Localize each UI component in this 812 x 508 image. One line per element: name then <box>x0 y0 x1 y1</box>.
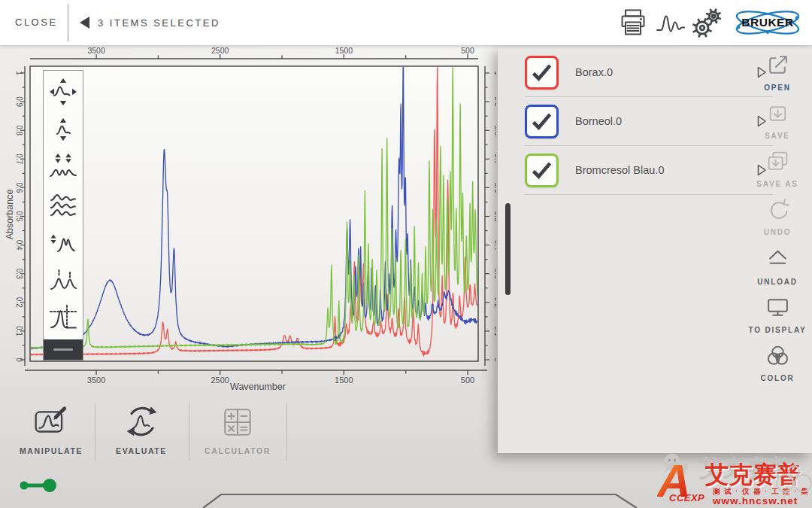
undo-icon <box>765 197 790 222</box>
spectrum-name: Bromcresol Blau.0 <box>575 164 757 176</box>
tool-common-scale[interactable] <box>47 227 80 260</box>
show-peaks-icon <box>48 266 78 296</box>
action-color[interactable]: COLOR <box>744 343 810 382</box>
action-unload[interactable]: UNLOAD <box>744 247 810 286</box>
svg-text:0.9: 0.9 <box>15 96 23 107</box>
tool-scale-y[interactable] <box>47 113 80 146</box>
action-label: TO DISPLAY <box>744 326 810 334</box>
divider <box>286 403 287 461</box>
zoom-cursor-icon <box>48 303 78 333</box>
app-root: 350035002500250015001500500500000.10.10.… <box>0 0 812 508</box>
selection-label: 3 ITEMS SELECTED <box>98 17 220 29</box>
evaluate-icon <box>123 404 159 440</box>
bruker-wordmark: BRUKER <box>734 7 801 38</box>
check-icon <box>532 63 552 81</box>
spectrum-list-item[interactable]: Bromcresol Blau.0 <box>525 146 773 195</box>
svg-text:1500: 1500 <box>335 46 353 55</box>
tool-stack-spectra[interactable] <box>47 189 80 222</box>
back-arrow-icon <box>80 17 89 29</box>
action-open[interactable]: OPEN <box>744 53 810 92</box>
svg-text:0.2: 0.2 <box>493 297 497 308</box>
action-label: SAVE AS <box>744 180 810 188</box>
tool-move-spectrum[interactable] <box>47 75 80 108</box>
spectrum-icon <box>656 12 686 35</box>
action-label: UNLOAD <box>744 278 810 286</box>
svg-text:0: 0 <box>493 357 497 362</box>
bottom-action-label: CALCULATOR <box>189 446 286 455</box>
action-label: OPEN <box>744 84 810 92</box>
green-link-indicator[interactable] <box>15 476 75 495</box>
settings-gears-icon <box>691 7 723 39</box>
chat-bubbles-icon <box>662 453 692 477</box>
svg-text:1: 1 <box>15 71 23 75</box>
svg-text:0.2: 0.2 <box>15 297 23 308</box>
svg-text:0.6: 0.6 <box>493 182 497 193</box>
scale-y-icon <box>48 114 78 144</box>
svg-text:0.5: 0.5 <box>493 211 497 222</box>
svg-text:0.9: 0.9 <box>493 96 497 107</box>
spectrum-list-item[interactable]: Borneol.0 <box>525 97 773 146</box>
palette-drag-handle[interactable] <box>44 339 83 360</box>
divider <box>95 403 95 461</box>
svg-text:500: 500 <box>461 376 474 385</box>
watermark-ghost-text: 艾克赛普 <box>699 453 792 484</box>
selection-indicator[interactable]: 3 ITEMS SELECTED <box>80 0 220 45</box>
action-save-as[interactable]: SAVE AS <box>744 149 810 188</box>
save-icon <box>765 101 790 126</box>
svg-text:0.6: 0.6 <box>15 182 23 193</box>
spectrum-list-item[interactable]: Borax.0 <box>525 48 773 97</box>
tool-show-peaks[interactable] <box>47 264 80 297</box>
printer-icon <box>620 8 647 37</box>
spectrum-name: Borax.0 <box>575 66 757 78</box>
svg-text:500: 500 <box>461 46 474 55</box>
spectra-list: Borax.0Borneol.0Bromcresol Blau.0 <box>525 48 773 195</box>
panel-scrollbar[interactable] <box>505 203 511 295</box>
svg-text:0.8: 0.8 <box>493 125 497 135</box>
spectrum-checkbox[interactable] <box>525 56 559 90</box>
print-button[interactable] <box>620 8 647 37</box>
spectrum-view-button[interactable] <box>656 12 686 35</box>
tool-zoom-cursor[interactable] <box>47 302 80 335</box>
tool-scale-peaks[interactable] <box>47 151 80 184</box>
spectra-panel: Borax.0Borneol.0Bromcresol Blau.0 OPENSA… <box>498 47 812 453</box>
divider <box>189 403 189 461</box>
open-external-icon <box>765 53 790 78</box>
bottom-action-label: EVALUATE <box>95 446 188 455</box>
display-icon <box>765 295 790 320</box>
spectrum-checkbox[interactable] <box>525 105 559 138</box>
bottom-tray-outline <box>0 489 812 508</box>
bottom-action-evaluate[interactable]: EVALUATE <box>95 404 188 455</box>
divider <box>68 4 68 41</box>
grip-line <box>53 348 73 351</box>
svg-text:2500: 2500 <box>211 46 229 55</box>
spectrum-name: Borneol.0 <box>575 115 757 127</box>
bottom-action-label: MANIPULATE <box>9 446 93 455</box>
x-axis-label: Wavenumber <box>183 382 333 392</box>
svg-text:0.5: 0.5 <box>15 211 23 222</box>
settings-button[interactable] <box>691 7 723 39</box>
action-label: SAVE <box>744 132 810 140</box>
svg-text:0: 0 <box>15 357 23 362</box>
spectrum-checkbox[interactable] <box>525 154 559 187</box>
svg-text:3500: 3500 <box>87 376 105 385</box>
bottom-action-calculator[interactable]: CALCULATOR <box>189 404 286 455</box>
svg-text:0.7: 0.7 <box>493 154 497 164</box>
action-label: COLOR <box>744 374 810 382</box>
svg-text:0.8: 0.8 <box>15 125 23 135</box>
svg-text:3500: 3500 <box>87 46 105 55</box>
top-bar: CLOSE 3 ITEMS SELECTED BRUKER <box>0 0 812 45</box>
watermark-brand-cn: 艾克赛普 <box>705 459 801 491</box>
calculator-icon <box>220 404 256 440</box>
action-undo[interactable]: UNDO <box>744 197 810 236</box>
common-scale-icon <box>48 228 78 258</box>
svg-text:0.3: 0.3 <box>15 269 23 279</box>
bruker-logo: BRUKER <box>734 7 801 38</box>
svg-text:0.3: 0.3 <box>493 269 497 279</box>
action-save[interactable]: SAVE <box>744 101 810 140</box>
scale-peaks-icon <box>48 152 78 182</box>
eject-icon <box>765 247 790 272</box>
bottom-action-manipulate[interactable]: MANIPULATE <box>9 404 93 455</box>
move-spectrum-icon <box>48 77 78 107</box>
close-button[interactable]: CLOSE <box>15 0 58 45</box>
action-to-display[interactable]: TO DISPLAY <box>744 295 810 334</box>
